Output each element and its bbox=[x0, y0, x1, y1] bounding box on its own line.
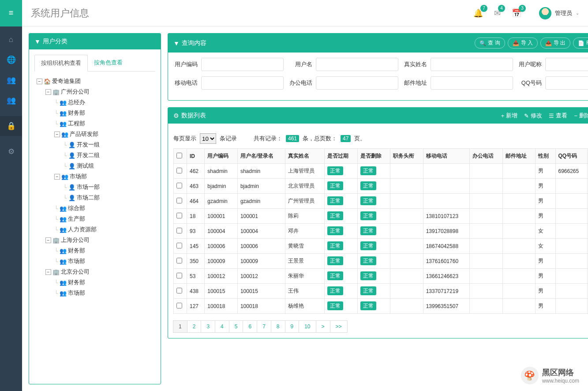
input-nickname[interactable] bbox=[545, 58, 588, 71]
menu-toggle-button[interactable]: ≡ bbox=[0, 0, 22, 26]
page-button[interactable]: 3 bbox=[201, 320, 215, 333]
page-button[interactable]: 9 bbox=[285, 320, 300, 333]
tree-toggle[interactable]: − bbox=[37, 79, 42, 84]
rdlc-button[interactable]: 📄RDLC报表 bbox=[573, 38, 588, 49]
col-office[interactable]: 办公电话 bbox=[470, 149, 503, 164]
table-row[interactable]: 127 100018 100018 杨维艳 正常 正常 13996351507 … bbox=[174, 299, 588, 314]
table-row[interactable]: 464 gzadmin gzadmin 广州管理员 正常 正常 男 🔍 ✎ ✖ bbox=[174, 194, 588, 209]
page-button[interactable]: 10 bbox=[299, 320, 316, 333]
nav-gear-icon[interactable]: ⚙ bbox=[8, 147, 15, 156]
row-checkbox[interactable] bbox=[176, 258, 182, 263]
delete-button[interactable]: −删除 bbox=[574, 112, 588, 120]
input-qq[interactable] bbox=[545, 76, 588, 90]
tree-toggle[interactable]: − bbox=[45, 237, 51, 243]
page-button[interactable]: 5 bbox=[229, 320, 243, 333]
tree-node[interactable]: 人力资源部 bbox=[68, 226, 97, 233]
search-button[interactable]: 🔍查 询 bbox=[475, 38, 505, 49]
page-button[interactable]: 1 bbox=[173, 320, 187, 333]
notif-bell-button[interactable]: 🔔 7 bbox=[473, 8, 483, 18]
table-row[interactable]: 18 100001 100001 陈莉 正常 正常 13810107123 男 … bbox=[174, 209, 588, 224]
tree-toggle[interactable]: − bbox=[45, 269, 51, 275]
nav-users2-icon[interactable]: 👥 bbox=[7, 96, 16, 105]
page-button[interactable]: > bbox=[316, 320, 330, 333]
view-button[interactable]: ☰查看 bbox=[549, 112, 567, 120]
table-row[interactable]: 93 100004 100004 邓卉 正常 正常 13917028898 女 … bbox=[174, 224, 588, 239]
col-expired[interactable]: 是否过期 bbox=[325, 149, 358, 164]
tree-node[interactable]: 总经办 bbox=[68, 98, 85, 106]
tree-node[interactable]: 工程部 bbox=[68, 120, 85, 128]
nav-lock-icon[interactable]: 🔒 bbox=[0, 116, 22, 136]
row-checkbox[interactable] bbox=[176, 273, 182, 278]
tree-node[interactable]: 生产部 bbox=[68, 215, 85, 223]
row-checkbox[interactable] bbox=[176, 183, 182, 188]
input-email[interactable] bbox=[431, 76, 513, 90]
page-button[interactable]: 2 bbox=[187, 320, 202, 333]
tree-node[interactable]: 产品研发部 bbox=[70, 130, 98, 138]
tree-node[interactable]: 开发二组 bbox=[77, 151, 100, 159]
add-button[interactable]: +新增 bbox=[501, 112, 518, 120]
row-checkbox[interactable] bbox=[176, 243, 182, 248]
row-checkbox[interactable] bbox=[176, 168, 182, 173]
row-checkbox[interactable] bbox=[176, 303, 182, 308]
input-username[interactable] bbox=[316, 58, 398, 71]
tree-node[interactable]: 财务部 bbox=[68, 109, 85, 117]
select-all-checkbox[interactable] bbox=[176, 153, 182, 158]
tree-node[interactable]: 财务部 bbox=[68, 247, 85, 255]
table-row[interactable]: 463 bjadmin bjadmin 北京管理员 正常 正常 男 🔍 ✎ ✖ bbox=[174, 179, 588, 194]
col-title[interactable]: 职务头衔 bbox=[390, 149, 423, 164]
tree-toggle[interactable]: − bbox=[54, 174, 60, 180]
tab-by-org[interactable]: 按组织机构查看 bbox=[34, 55, 88, 71]
tree-node[interactable]: 市场二部 bbox=[77, 194, 100, 202]
edit-button[interactable]: ✎修改 bbox=[524, 112, 542, 120]
col-gender[interactable]: 性别 bbox=[536, 149, 555, 164]
tree-toggle[interactable]: − bbox=[54, 132, 60, 137]
tree-node[interactable]: 市场部 bbox=[68, 289, 85, 297]
nav-users-icon[interactable]: 👥 bbox=[7, 75, 16, 85]
tree-node-bj[interactable]: 北京分公司 bbox=[61, 268, 90, 276]
tree-node[interactable]: 市场部 bbox=[70, 173, 87, 180]
import-button[interactable]: 📥导 入 bbox=[508, 38, 538, 49]
tab-by-role[interactable]: 按角色查看 bbox=[88, 55, 129, 71]
nav-globe-icon[interactable]: 🌐 bbox=[7, 55, 16, 64]
table-row[interactable]: 350 100009 100009 王景景 正常 正常 13761601760 … bbox=[174, 254, 588, 269]
pagesize-select[interactable]: 10 bbox=[200, 133, 216, 144]
nav-home-icon[interactable]: ⌂ bbox=[9, 35, 13, 44]
tree-node[interactable]: 市场部 bbox=[68, 257, 85, 265]
tree-node[interactable]: 市场一部 bbox=[77, 183, 100, 191]
tree-toggle[interactable]: − bbox=[45, 89, 51, 95]
page-button[interactable]: 7 bbox=[257, 320, 271, 333]
input-mobile[interactable] bbox=[201, 76, 284, 90]
col-deleted[interactable]: 是否删除 bbox=[357, 149, 390, 164]
page-button[interactable]: 4 bbox=[215, 320, 229, 333]
tree-node[interactable]: 开发一组 bbox=[77, 141, 100, 149]
row-checkbox[interactable] bbox=[176, 213, 182, 218]
row-checkbox[interactable] bbox=[176, 228, 182, 233]
tree-node-sh[interactable]: 上海分公司 bbox=[61, 236, 90, 244]
notif-calendar-button[interactable]: 📅 3 bbox=[512, 8, 521, 18]
table-row[interactable]: 462 shadmin shadmin 上海管理员 正常 正常 男 696626… bbox=[174, 164, 588, 179]
col-email[interactable]: 邮件地址 bbox=[502, 149, 536, 164]
table-row[interactable]: 145 100006 100006 黄晓雪 正常 正常 18674042588 … bbox=[174, 239, 588, 254]
export-button[interactable]: 📤导 出 bbox=[540, 38, 570, 49]
tree-node-gz[interactable]: 广州分公司 bbox=[61, 88, 90, 96]
notif-mail-button[interactable]: ✉ 4 bbox=[494, 8, 501, 18]
tree-node[interactable]: 财务部 bbox=[68, 278, 85, 286]
table-row[interactable]: 53 100012 100012 朱丽华 正常 正常 13661246623 男… bbox=[174, 269, 588, 284]
row-checkbox[interactable] bbox=[176, 198, 182, 203]
tree-node[interactable]: 综合部 bbox=[68, 204, 85, 212]
input-office[interactable] bbox=[316, 76, 398, 90]
page-button[interactable]: 6 bbox=[243, 320, 257, 333]
row-checkbox[interactable] bbox=[176, 288, 182, 293]
table-row[interactable]: 438 100015 100015 王伟 正常 正常 13370717219 男… bbox=[174, 284, 588, 299]
user-menu[interactable]: 管理员 ⌄ bbox=[539, 7, 579, 19]
col-qq[interactable]: QQ号码 bbox=[555, 149, 588, 164]
col-realname[interactable]: 真实姓名 bbox=[285, 149, 324, 164]
col-id[interactable]: ID bbox=[187, 149, 205, 164]
input-realname[interactable] bbox=[431, 58, 513, 71]
input-usercode[interactable] bbox=[201, 58, 284, 71]
col-login[interactable]: 用户名/登录名 bbox=[237, 149, 285, 164]
page-button[interactable]: 8 bbox=[271, 320, 285, 333]
tree-root[interactable]: 爱奇迪集团 bbox=[52, 77, 81, 85]
col-usercode[interactable]: 用户编码 bbox=[205, 149, 238, 164]
page-button[interactable]: >> bbox=[330, 320, 348, 333]
